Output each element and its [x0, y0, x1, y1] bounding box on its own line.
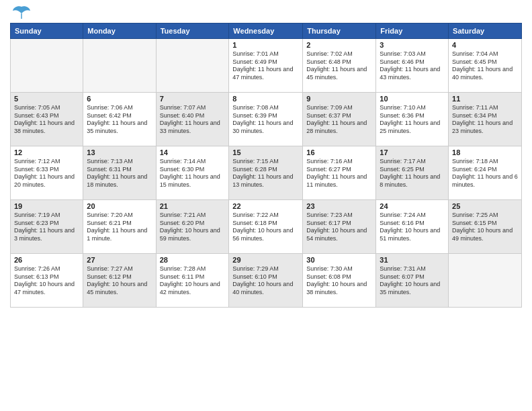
day-info: Sunrise: 7:06 AM Sunset: 6:42 PM Dayligh…	[87, 104, 152, 136]
day-number: 11	[452, 95, 518, 103]
calendar-cell	[156, 39, 229, 93]
day-number: 29	[232, 256, 299, 264]
calendar-week-row: 12Sunrise: 7:12 AM Sunset: 6:33 PM Dayli…	[11, 146, 522, 200]
day-info: Sunrise: 7:24 AM Sunset: 6:16 PM Dayligh…	[380, 212, 445, 243]
calendar-cell: 1Sunrise: 7:01 AM Sunset: 6:49 PM Daylig…	[229, 39, 303, 93]
calendar-cell: 13Sunrise: 7:13 AM Sunset: 6:31 PM Dayli…	[83, 146, 156, 200]
day-info: Sunrise: 7:25 AM Sunset: 6:15 PM Dayligh…	[452, 212, 518, 243]
day-info: Sunrise: 7:12 AM Sunset: 6:33 PM Dayligh…	[14, 158, 79, 189]
calendar-cell: 27Sunrise: 7:27 AM Sunset: 6:12 PM Dayli…	[83, 254, 156, 308]
calendar-cell: 4Sunrise: 7:04 AM Sunset: 6:45 PM Daylig…	[449, 39, 522, 93]
weekday-header-friday: Friday	[376, 24, 449, 39]
day-number: 31	[380, 256, 445, 264]
day-info: Sunrise: 7:01 AM Sunset: 6:49 PM Dayligh…	[232, 50, 299, 82]
header	[10, 7, 522, 17]
day-info: Sunrise: 7:13 AM Sunset: 6:31 PM Dayligh…	[87, 158, 152, 189]
calendar-cell: 2Sunrise: 7:02 AM Sunset: 6:48 PM Daylig…	[303, 39, 376, 93]
calendar-cell: 6Sunrise: 7:06 AM Sunset: 6:42 PM Daylig…	[83, 93, 156, 146]
day-number: 4	[452, 41, 518, 49]
day-number: 9	[306, 95, 372, 103]
day-number: 18	[452, 148, 518, 156]
calendar-cell	[449, 254, 522, 308]
day-info: Sunrise: 7:09 AM Sunset: 6:37 PM Dayligh…	[306, 104, 372, 136]
calendar-cell: 25Sunrise: 7:25 AM Sunset: 6:15 PM Dayli…	[449, 200, 522, 254]
calendar-cell: 20Sunrise: 7:20 AM Sunset: 6:21 PM Dayli…	[83, 200, 156, 254]
day-info: Sunrise: 7:23 AM Sunset: 6:17 PM Dayligh…	[306, 212, 372, 243]
day-info: Sunrise: 7:22 AM Sunset: 6:18 PM Dayligh…	[232, 212, 299, 243]
day-number: 24	[380, 202, 445, 210]
calendar-cell: 5Sunrise: 7:05 AM Sunset: 6:43 PM Daylig…	[11, 93, 83, 146]
calendar-cell: 21Sunrise: 7:21 AM Sunset: 6:20 PM Dayli…	[156, 200, 229, 254]
calendar-cell: 3Sunrise: 7:03 AM Sunset: 6:46 PM Daylig…	[376, 39, 449, 93]
day-number: 22	[232, 202, 299, 210]
day-info: Sunrise: 7:26 AM Sunset: 6:13 PM Dayligh…	[14, 265, 79, 297]
day-number: 7	[160, 95, 226, 103]
calendar-cell: 9Sunrise: 7:09 AM Sunset: 6:37 PM Daylig…	[303, 93, 376, 146]
calendar-cell: 7Sunrise: 7:07 AM Sunset: 6:40 PM Daylig…	[156, 93, 229, 146]
weekday-header-sunday: Sunday	[11, 24, 83, 39]
calendar-cell: 14Sunrise: 7:14 AM Sunset: 6:30 PM Dayli…	[156, 146, 229, 200]
day-number: 10	[380, 95, 445, 103]
day-info: Sunrise: 7:18 AM Sunset: 6:24 PM Dayligh…	[452, 158, 518, 189]
calendar-cell: 15Sunrise: 7:15 AM Sunset: 6:28 PM Dayli…	[229, 146, 303, 200]
weekday-header-wednesday: Wednesday	[229, 24, 303, 39]
day-info: Sunrise: 7:02 AM Sunset: 6:48 PM Dayligh…	[306, 50, 372, 82]
calendar-week-row: 26Sunrise: 7:26 AM Sunset: 6:13 PM Dayli…	[11, 254, 522, 308]
day-info: Sunrise: 7:07 AM Sunset: 6:40 PM Dayligh…	[160, 104, 226, 136]
day-info: Sunrise: 7:17 AM Sunset: 6:25 PM Dayligh…	[380, 158, 445, 189]
day-number: 2	[306, 41, 372, 49]
day-info: Sunrise: 7:11 AM Sunset: 6:34 PM Dayligh…	[452, 104, 518, 136]
day-number: 23	[306, 202, 372, 210]
day-info: Sunrise: 7:29 AM Sunset: 6:10 PM Dayligh…	[232, 265, 299, 297]
weekday-header-monday: Monday	[83, 24, 156, 39]
weekday-header-tuesday: Tuesday	[156, 24, 229, 39]
calendar-week-row: 1Sunrise: 7:01 AM Sunset: 6:49 PM Daylig…	[11, 39, 522, 93]
day-info: Sunrise: 7:27 AM Sunset: 6:12 PM Dayligh…	[87, 265, 152, 297]
day-number: 3	[380, 41, 445, 49]
day-info: Sunrise: 7:15 AM Sunset: 6:28 PM Dayligh…	[232, 158, 299, 189]
weekday-header-thursday: Thursday	[303, 24, 376, 39]
day-number: 17	[380, 148, 445, 156]
calendar-cell: 10Sunrise: 7:10 AM Sunset: 6:36 PM Dayli…	[376, 93, 449, 146]
day-number: 25	[452, 202, 518, 210]
calendar-cell: 23Sunrise: 7:23 AM Sunset: 6:17 PM Dayli…	[303, 200, 376, 254]
day-number: 5	[14, 95, 79, 103]
day-number: 21	[160, 202, 226, 210]
day-number: 13	[87, 148, 152, 156]
day-number: 28	[160, 256, 226, 264]
calendar-cell: 22Sunrise: 7:22 AM Sunset: 6:18 PM Dayli…	[229, 200, 303, 254]
day-number: 1	[232, 41, 299, 49]
day-info: Sunrise: 7:16 AM Sunset: 6:27 PM Dayligh…	[306, 158, 372, 189]
calendar-cell: 8Sunrise: 7:08 AM Sunset: 6:39 PM Daylig…	[229, 93, 303, 146]
day-info: Sunrise: 7:04 AM Sunset: 6:45 PM Dayligh…	[452, 50, 518, 82]
day-info: Sunrise: 7:30 AM Sunset: 6:08 PM Dayligh…	[306, 265, 372, 297]
calendar-cell: 11Sunrise: 7:11 AM Sunset: 6:34 PM Dayli…	[449, 93, 522, 146]
day-number: 19	[14, 202, 79, 210]
calendar-week-row: 19Sunrise: 7:19 AM Sunset: 6:23 PM Dayli…	[11, 200, 522, 254]
day-number: 20	[87, 202, 152, 210]
day-info: Sunrise: 7:05 AM Sunset: 6:43 PM Dayligh…	[14, 104, 79, 136]
weekday-header-saturday: Saturday	[449, 24, 522, 39]
day-info: Sunrise: 7:08 AM Sunset: 6:39 PM Dayligh…	[232, 104, 299, 136]
day-number: 8	[232, 95, 299, 103]
day-info: Sunrise: 7:21 AM Sunset: 6:20 PM Dayligh…	[160, 212, 226, 243]
calendar-cell: 26Sunrise: 7:26 AM Sunset: 6:13 PM Dayli…	[11, 254, 83, 308]
page: SundayMondayTuesdayWednesdayThursdayFrid…	[0, 0, 532, 411]
calendar-cell: 16Sunrise: 7:16 AM Sunset: 6:27 PM Dayli…	[303, 146, 376, 200]
logo	[10, 7, 31, 17]
calendar-table: SundayMondayTuesdayWednesdayThursdayFrid…	[10, 23, 522, 308]
calendar-cell: 29Sunrise: 7:29 AM Sunset: 6:10 PM Dayli…	[229, 254, 303, 308]
calendar-cell: 28Sunrise: 7:28 AM Sunset: 6:11 PM Dayli…	[156, 254, 229, 308]
calendar-cell: 24Sunrise: 7:24 AM Sunset: 6:16 PM Dayli…	[376, 200, 449, 254]
day-info: Sunrise: 7:20 AM Sunset: 6:21 PM Dayligh…	[87, 212, 152, 243]
calendar-cell: 30Sunrise: 7:30 AM Sunset: 6:08 PM Dayli…	[303, 254, 376, 308]
day-number: 12	[14, 148, 79, 156]
day-info: Sunrise: 7:10 AM Sunset: 6:36 PM Dayligh…	[380, 104, 445, 136]
day-number: 6	[87, 95, 152, 103]
calendar-cell: 19Sunrise: 7:19 AM Sunset: 6:23 PM Dayli…	[11, 200, 83, 254]
calendar-cell: 18Sunrise: 7:18 AM Sunset: 6:24 PM Dayli…	[449, 146, 522, 200]
calendar-cell: 12Sunrise: 7:12 AM Sunset: 6:33 PM Dayli…	[11, 146, 83, 200]
day-info: Sunrise: 7:28 AM Sunset: 6:11 PM Dayligh…	[160, 265, 226, 297]
calendar-cell	[11, 39, 83, 93]
calendar-cell: 31Sunrise: 7:31 AM Sunset: 6:07 PM Dayli…	[376, 254, 449, 308]
